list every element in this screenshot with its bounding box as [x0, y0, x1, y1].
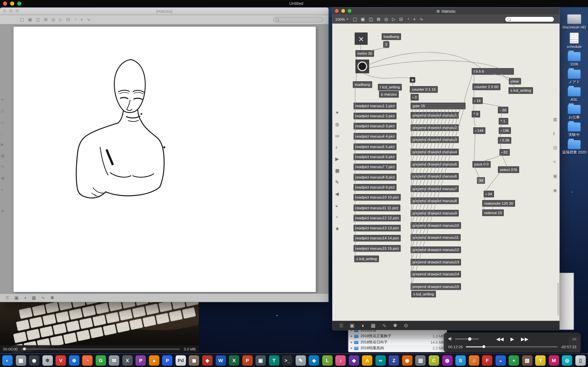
play-icon[interactable]: ▷ — [392, 17, 395, 22]
dock-icon-firefox[interactable]: ◔ — [82, 355, 93, 365]
patch-box-readpict-7[interactable]: readpict marusu7 7.pict — [354, 164, 396, 170]
dock-icon-app-blue-4[interactable]: ◒ — [495, 355, 506, 365]
patch-box-readpict-15[interactable]: readpict marusu15 15.pict — [354, 245, 401, 252]
patch-box-noteout[interactable]: noteout 10 — [482, 210, 504, 216]
desktop-icon-2020[interactable]: 遠隔授業 2020 — [562, 140, 586, 155]
dock-icon-app-teal-2[interactable]: ◎ — [562, 355, 572, 365]
key-icon[interactable]: ✦ — [1, 97, 5, 102]
minimize-button[interactable] — [341, 9, 345, 13]
patch-box-counter2[interactable]: counter 2 0 60 — [473, 84, 500, 90]
list-icon[interactable]: ≡ — [553, 159, 557, 165]
patch-box-prepend-15[interactable]: prepend drawpict marusu15 — [411, 283, 461, 290]
star-icon[interactable]: ★ — [1, 209, 5, 213]
dock-icon-app-cube[interactable]: ◼ — [189, 355, 199, 365]
patch-box-readpict-14[interactable]: readpict marusu14 14.pict — [354, 235, 401, 241]
patcher-canvas[interactable]: ×loadbang1metro 30loadbangr lcd_writingp… — [332, 24, 559, 320]
comment-icon[interactable]: ◫ — [36, 17, 40, 22]
patch-box-metro[interactable]: metro 30 — [356, 50, 374, 57]
patch-box-num34a[interactable]: 34 — [477, 177, 485, 184]
message-box-icon[interactable]: ▣ — [28, 17, 32, 22]
patch-box-bang[interactable] — [356, 60, 369, 73]
dock-icon-textedit[interactable]: ✎ — [295, 355, 306, 365]
dock-icon-app-blue-3[interactable]: S — [455, 355, 466, 365]
volume-knob[interactable] — [468, 337, 471, 340]
patch-box-readpict-5[interactable]: readpict marusu5 5.pict — [354, 143, 396, 150]
panel-icon[interactable]: ▭ — [335, 133, 339, 138]
dock-icon-word[interactable]: W — [216, 355, 226, 365]
patch-box-div238[interactable]: / 2.38 — [498, 137, 511, 143]
cords-icon[interactable]: ∿ — [41, 295, 45, 301]
disclosure-triangle-icon[interactable]: ▶ — [351, 347, 353, 350]
patch-box-readpict-10[interactable]: readpict marusu10 10.pict — [354, 194, 401, 201]
patch-box-minus30[interactable]: - 30 — [498, 107, 508, 113]
camera-icon[interactable]: ◉ — [553, 188, 557, 193]
grid-icon[interactable]: ▦ — [371, 323, 375, 328]
playbar-icon[interactable]: ▶ — [335, 156, 339, 161]
patch-box-num82[interactable]: ▸82 — [500, 149, 510, 155]
patch-box-rlcd[interactable]: r lcd_writing — [378, 84, 402, 90]
dial-icon[interactable]: ◔ — [335, 214, 339, 220]
zoom-button[interactable] — [15, 9, 19, 13]
dock-icon-app-gray[interactable]: ▤ — [415, 355, 426, 365]
patch-box-readpict-9[interactable]: readpict marusu9 9.pict — [354, 184, 396, 190]
finder-window[interactable]: ▶2018熊谷▶2018熊谷正葉飾子1.3 MB▶2018熊谷日向子14.5 M… — [348, 327, 447, 352]
comment-icon[interactable]: ◫ — [369, 17, 373, 22]
message-box-icon[interactable]: ▣ — [361, 17, 365, 22]
lcd-patcher-window[interactable]: [marusu] ▢▣◫⊠◎▷⊟◔+∿ ✦◎▭♪▶▦✎◀◒◔★ ⚿▣◖▦∿✱ — [0, 7, 329, 302]
desktop-icon-asl[interactable]: ASL — [562, 87, 586, 102]
qt-timeline-knob[interactable] — [23, 347, 26, 350]
patch-box-slcd-left[interactable]: s lcd_writing — [354, 256, 379, 262]
right-traffic-lights[interactable] — [335, 9, 351, 13]
dock-icon-app-magenta[interactable]: M — [548, 355, 559, 365]
clock-icon[interactable]: ◔ — [407, 17, 409, 22]
close-button[interactable] — [335, 9, 339, 13]
vertical-scrollbar[interactable] — [557, 282, 559, 315]
dock-icon-puredata[interactable]: Pd — [175, 355, 186, 365]
patch-box-msg1[interactable]: 1 — [383, 41, 389, 48]
patch-box-prepend-7[interactable]: prepend drawpict marusu7 — [411, 186, 459, 192]
dock-icon-app-green-3[interactable]: + — [509, 355, 519, 365]
record-icon[interactable]: ◎ — [1, 109, 5, 114]
music-note-icon[interactable]: ♪ — [335, 145, 339, 150]
patch-box-readpict-2[interactable]: readpict marusu2 2.pict — [354, 113, 396, 119]
patch-box-num3[interactable]: ▸3 — [411, 94, 418, 100]
patch-box-readpict-6[interactable]: readpict marusu6 6.pict — [354, 154, 396, 160]
dock-icon-app-red[interactable]: V — [55, 355, 66, 365]
movie-player-controls[interactable]: ◀◀ ▶ ▶▶ ▭ 00:12:26 -00:57:23 — [444, 332, 581, 352]
info-icon[interactable]: ℹ — [553, 131, 557, 136]
dock-icon-vlc[interactable]: ▲ — [149, 355, 159, 365]
dock-icon-preferences[interactable]: ✱ — [42, 355, 53, 365]
object-box-icon[interactable]: ▢ — [353, 17, 357, 22]
dock-icon-launchpad[interactable]: ▦ — [16, 355, 26, 365]
patch-box-makenote[interactable]: makenote 120 30 — [482, 200, 515, 207]
layers-icon[interactable]: ▣ — [14, 295, 18, 301]
dock-icon-itunes[interactable]: ♫ — [469, 355, 479, 365]
pen-icon[interactable]: ✎ — [1, 165, 5, 169]
delete-box-icon[interactable]: ⊠ — [44, 17, 48, 22]
power-icon[interactable]: ⊙ — [404, 323, 408, 328]
dial-icon[interactable]: ◎ — [52, 17, 55, 22]
desktop-icon-1106[interactable]: 1106 — [562, 52, 586, 66]
patch-box-readpict-3[interactable]: readpict marusu3 3.pict — [354, 123, 396, 129]
tools-icon[interactable]: ✱ — [393, 323, 397, 328]
key-icon[interactable]: ✦ — [335, 110, 339, 115]
seek-bar[interactable] — [466, 346, 558, 347]
slider-icon[interactable]: ⊟ — [66, 17, 70, 22]
dock-icon-app-green[interactable]: G — [96, 355, 106, 365]
zoom-level-dropdown[interactable]: 100% ▼ — [335, 17, 348, 21]
patch-box-num196[interactable]: ▸196 — [499, 127, 511, 134]
patch-box-readpict-8[interactable]: readpict marusu8 8.pict — [354, 174, 396, 180]
inspector-icon[interactable]: ▤ — [553, 145, 557, 150]
dock-icon-excel[interactable]: X — [229, 355, 239, 365]
dock-icon-app-teal[interactable]: T — [269, 355, 279, 365]
patch-box-pmarusu[interactable]: p marusu — [379, 91, 399, 97]
volume-control[interactable] — [448, 337, 479, 341]
star-icon[interactable]: ★ — [335, 226, 339, 231]
patch-box-prepend-5[interactable]: prepend drawpict marusu5 — [411, 161, 459, 168]
patch-box-num16[interactable]: ▸16 — [473, 97, 483, 104]
patch-box-readpict-1[interactable]: readpict marusu1 1.pict — [354, 103, 396, 109]
patch-box-times1[interactable]: * 1. — [499, 118, 508, 124]
disclosure-triangle-icon[interactable]: ▶ — [351, 335, 353, 338]
speaker-icon[interactable]: ◀ — [1, 176, 5, 181]
close-button[interactable] — [3, 9, 6, 13]
